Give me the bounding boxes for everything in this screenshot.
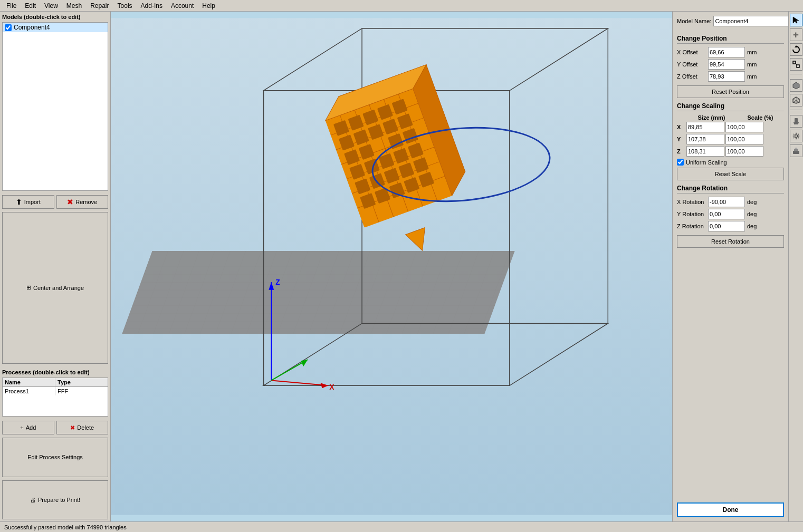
uniform-scaling-row: Uniform Scaling	[677, 159, 784, 166]
y-rotation-row: Y Rotation deg	[677, 209, 784, 219]
menu-file[interactable]: File	[2, 1, 21, 11]
z-offset-row: Z Offset mm	[677, 71, 784, 82]
change-rotation-section: Change Rotation X Rotation deg Y Rotatio…	[677, 185, 784, 248]
view-solid-button[interactable]	[790, 79, 802, 92]
z-rotation-unit: deg	[747, 223, 757, 229]
model-name-label: Model Name:	[677, 18, 711, 24]
select-tool-button[interactable]	[790, 14, 802, 26]
plate-button[interactable]	[790, 144, 802, 157]
x-offset-unit: mm	[747, 49, 757, 55]
menu-repair[interactable]: Repair	[86, 1, 113, 11]
scale-z-pct-input[interactable]	[725, 146, 763, 157]
remove-button[interactable]: ✖ Remove	[56, 195, 109, 209]
scale-x-row: X	[677, 122, 784, 132]
svg-text:X: X	[329, 383, 334, 391]
scale-y-pct-input[interactable]	[725, 134, 763, 144]
svg-point-75	[795, 135, 797, 138]
scale-y-axis-label: Y	[677, 136, 685, 142]
y-offset-input[interactable]	[708, 59, 745, 70]
scale-tool-button[interactable]	[790, 58, 802, 71]
right-panel: Model Name: Change Position X Offset mm …	[672, 12, 788, 521]
import-button[interactable]: ⬆ Import	[2, 195, 54, 209]
svg-text:✛: ✛	[793, 31, 799, 39]
uniform-scaling-label: Uniform Scaling	[686, 159, 727, 166]
svg-rect-64	[793, 61, 796, 64]
change-scaling-section: Change Scaling Size (mm) Scale (%) X Y Z	[677, 102, 784, 180]
y-offset-row: Y Offset mm	[677, 59, 784, 70]
svg-marker-67	[793, 82, 799, 89]
reset-scale-button[interactable]: Reset Scale	[677, 168, 784, 180]
scale-y-row: Y	[677, 134, 784, 144]
reset-rotation-button[interactable]: Reset Rotation	[677, 235, 784, 248]
processes-table: Name Type Process1 FFF	[2, 378, 108, 417]
processes-section-title: Processes (double-click to edit)	[2, 369, 108, 375]
z-offset-input[interactable]	[708, 71, 745, 82]
scale-header: Scale (%)	[737, 114, 784, 121]
menu-help[interactable]: Help	[198, 1, 219, 11]
settings-button[interactable]	[790, 130, 802, 142]
menu-view[interactable]: View	[40, 1, 62, 11]
process-type: FFF	[55, 387, 108, 395]
change-position-section: Change Position X Offset mm Y Offset mm …	[677, 35, 784, 98]
rotate-tool-button[interactable]	[790, 43, 802, 56]
move-icon: ✛	[792, 31, 800, 39]
scale-x-size-input[interactable]	[686, 122, 724, 132]
uniform-scaling-checkbox[interactable]	[677, 159, 684, 166]
svg-rect-73	[794, 122, 799, 123]
left-panel: Models (double-click to edit) Component4…	[0, 12, 111, 521]
gear-icon	[792, 132, 800, 140]
y-rotation-input[interactable]	[708, 209, 745, 219]
scale-icon	[792, 60, 800, 69]
x-rotation-input[interactable]	[708, 197, 745, 207]
svg-rect-72	[795, 118, 798, 122]
arrange-icon: ⊞	[26, 284, 31, 291]
menubar: File Edit View Mesh Repair Tools Add-Ins…	[0, 0, 803, 12]
process-name: Process1	[3, 387, 55, 395]
prepare-print-button[interactable]: 🖨 Prepare to Print!	[2, 480, 108, 520]
model-checkbox[interactable]	[5, 24, 12, 31]
delete-icon: ✖	[70, 424, 75, 431]
process-row[interactable]: Process1 FFF	[3, 387, 108, 395]
model-name-input[interactable]	[713, 16, 788, 26]
wire-view-icon	[792, 96, 800, 104]
statusbar: Successfully parsed model with 74990 tri…	[0, 521, 803, 532]
y-rotation-label: Y Rotation	[677, 211, 706, 217]
x-rotation-label: X Rotation	[677, 199, 706, 205]
delete-process-button[interactable]: ✖ Delete	[56, 421, 109, 434]
size-header: Size (mm)	[686, 114, 737, 121]
y-rotation-unit: deg	[747, 211, 757, 217]
menu-account[interactable]: Account	[167, 1, 198, 11]
svg-rect-74	[794, 123, 798, 124]
z-rotation-input[interactable]	[708, 221, 745, 231]
view-wire-button[interactable]	[790, 94, 802, 107]
remove-icon: ✖	[67, 198, 73, 206]
print-icon: 🖨	[30, 497, 36, 503]
model-item[interactable]: Component4	[3, 23, 108, 32]
scale-z-size-input[interactable]	[686, 146, 724, 157]
support-button[interactable]	[790, 115, 802, 128]
status-text: Successfully parsed model with 74990 tri…	[4, 524, 127, 530]
center-arrange-button[interactable]: ⊞ Center and Arrange	[2, 212, 108, 364]
add-process-button[interactable]: + Add	[2, 421, 54, 434]
edit-process-button[interactable]: Edit Process Settings	[2, 438, 108, 477]
processes-section: Processes (double-click to edit) Name Ty…	[2, 369, 108, 520]
scale-x-pct-input[interactable]	[725, 122, 763, 132]
y-offset-label: Y Offset	[677, 61, 706, 67]
viewport[interactable]: Z X	[111, 12, 672, 521]
scale-y-size-input[interactable]	[686, 134, 724, 144]
reset-position-button[interactable]: Reset Position	[677, 85, 784, 98]
menu-mesh[interactable]: Mesh	[62, 1, 86, 11]
z-offset-label: Z Offset	[677, 73, 706, 80]
add-icon: +	[20, 424, 23, 431]
x-rotation-row: X Rotation deg	[677, 197, 784, 207]
menu-tools[interactable]: Tools	[113, 1, 137, 11]
done-button[interactable]: Done	[677, 502, 784, 517]
col-header-name: Name	[3, 378, 55, 386]
menu-edit[interactable]: Edit	[21, 1, 40, 11]
z-rotation-label: Z Rotation	[677, 223, 706, 229]
move-tool-button[interactable]: ✛	[790, 28, 802, 41]
change-position-title: Change Position	[677, 35, 784, 44]
models-list: Component4	[2, 22, 108, 191]
x-offset-input[interactable]	[708, 47, 745, 57]
menu-addins[interactable]: Add-Ins	[137, 1, 167, 11]
